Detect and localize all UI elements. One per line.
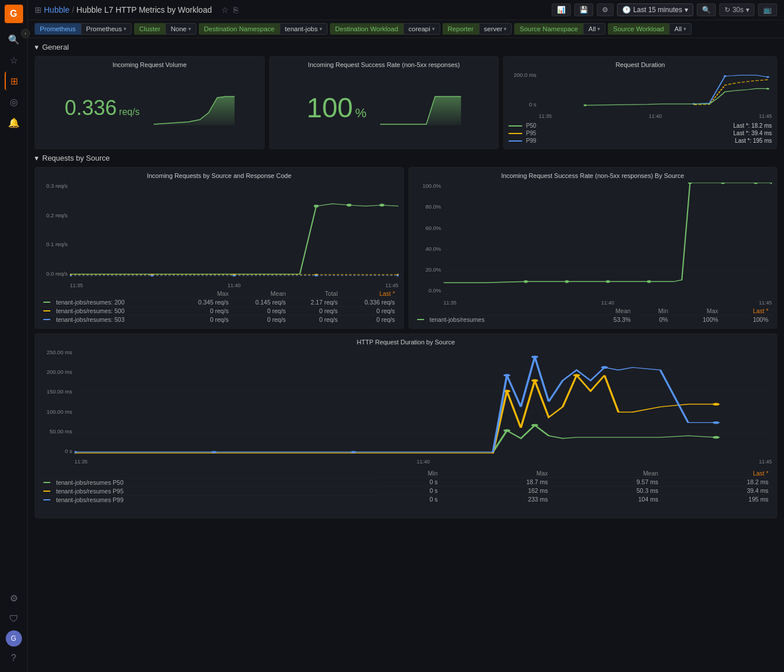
svg-point-21 xyxy=(150,274,154,276)
volume-unit: req/s xyxy=(119,107,140,117)
app-logo[interactable]: G xyxy=(5,5,23,23)
irbs-row2-mean: 0 req/s xyxy=(232,306,289,315)
irbs-row2-max: 0 req/s xyxy=(175,306,232,315)
success-rate-inner: 100 % xyxy=(274,72,494,144)
sidebar-item-alerting[interactable]: 🔔 xyxy=(5,113,23,132)
star-icon[interactable]: ☆ xyxy=(221,5,229,14)
breadcrumb-app[interactable]: ⊞ xyxy=(35,5,42,14)
irbs-row3-total: 0 req/s xyxy=(289,315,341,324)
filter-dest-workload-value[interactable]: coreapi ▾ xyxy=(403,23,440,35)
sidebar-item-dashboards[interactable]: ⊞ xyxy=(5,72,23,90)
section-rbs-title: Requests by Source xyxy=(42,154,110,162)
dashboard-save-button[interactable]: 💾 xyxy=(574,3,593,16)
irbs-row3-last: 0 req/s xyxy=(341,315,399,324)
hd-row2-label: tenant-jobs/resumes P95 xyxy=(40,487,377,495)
filter-datasource-value[interactable]: Prometheus ▾ xyxy=(81,23,132,35)
incoming-requests-source-chart: 0.3 req/s 0.2 req/s 0.1 req/s 0.0 req/s xyxy=(40,183,399,287)
svg-point-4 xyxy=(724,75,727,77)
svg-point-7 xyxy=(767,88,770,90)
tv-mode-button[interactable]: 📺 xyxy=(758,3,777,16)
http-duration-chart-inner xyxy=(75,349,772,454)
irbs-yaxis: 0.3 req/s 0.2 req/s 0.1 req/s 0.0 req/s xyxy=(40,183,70,277)
sidebar: G › 🔍 ☆ ⊞ ◎ 🔔 ⚙ 🛡 G ? xyxy=(0,0,28,672)
filter-reporter-value[interactable]: server ▾ xyxy=(479,23,512,35)
filter-source-workload-label: Source Workload xyxy=(608,23,669,35)
irbs-row1-last: 0.336 req/s xyxy=(341,298,399,306)
irbs-row2-total: 0 req/s xyxy=(289,306,341,315)
breadcrumb-hubble[interactable]: Hubble xyxy=(44,5,69,14)
filter-cluster-value[interactable]: None ▾ xyxy=(165,23,196,35)
irbs-row1-max: 0.345 req/s xyxy=(175,298,232,306)
filter-source-namespace: Source Namespace All ▾ xyxy=(514,23,605,35)
success-unit: % xyxy=(355,106,367,121)
srbs-col-min: Min xyxy=(634,307,672,315)
sidebar-item-explore[interactable]: ◎ xyxy=(5,92,23,111)
filter-source-namespace-label: Source Namespace xyxy=(514,23,583,35)
sidebar-toggle[interactable]: › xyxy=(21,29,30,38)
filter-datasource: Prometheus Prometheus ▾ xyxy=(35,23,132,35)
request-duration-xaxis: 11:3511:4011:45 xyxy=(538,113,772,119)
success-number: 100 xyxy=(307,92,353,124)
sidebar-item-starred[interactable]: ☆ xyxy=(5,51,23,69)
svg-point-36 xyxy=(720,183,724,184)
refresh-picker[interactable]: ↻ 30s ▾ xyxy=(719,3,755,16)
svg-point-37 xyxy=(753,183,757,184)
srbs-col-name xyxy=(414,307,581,315)
filter-cluster-label: Cluster xyxy=(134,23,165,35)
srbs-yaxis: 100.0% 80.0% 60.0% 40.0% 20.0% 0.0% xyxy=(414,183,444,294)
hd-row3-last: 195 ms xyxy=(662,495,772,504)
topbar: ⊞ Hubble / Hubble L7 HTTP Metrics by Wor… xyxy=(28,0,784,20)
refresh-icon: ↻ xyxy=(724,6,730,14)
svg-point-32 xyxy=(564,280,569,283)
request-duration-chart-inner xyxy=(538,72,772,107)
zoom-out-button[interactable]: 🔍 xyxy=(697,3,716,16)
filter-source-namespace-value[interactable]: All ▾ xyxy=(583,23,605,35)
legend-p95: P95 Last *: 39.4 ms xyxy=(508,130,772,136)
breadcrumb: ⊞ Hubble / Hubble L7 HTTP Metrics by Wor… xyxy=(35,5,212,14)
section-requests-by-source-header[interactable]: ▾ Requests by Source xyxy=(35,154,777,162)
sidebar-item-shield[interactable]: 🛡 xyxy=(5,610,23,628)
filter-dest-namespace-value[interactable]: tenant-jobs ▾ xyxy=(280,23,328,35)
success-rate-by-source-panel: Incoming Request Success Rate (non-5xx r… xyxy=(408,167,778,329)
user-avatar[interactable]: G xyxy=(6,630,22,647)
p95-label: P95 xyxy=(526,130,536,136)
incoming-request-volume-value: 0.336 req/s xyxy=(65,96,140,120)
request-duration-legend: P50 Last *: 18.2 ms P95 Last *: 39.4 ms … xyxy=(508,122,772,144)
irbs-col-last: Last * xyxy=(341,289,399,298)
svg-point-34 xyxy=(646,280,651,283)
irbs-col-total: Total xyxy=(289,289,341,298)
hd-row1-last: 18.2 ms xyxy=(662,478,772,487)
tv-icon: 📺 xyxy=(763,6,772,14)
srbs-chart-inner xyxy=(444,183,772,294)
table-row: tenant-jobs/resumes: 200 0.345 req/s 0.1… xyxy=(40,298,399,306)
irbs-col-mean: Mean xyxy=(232,289,289,298)
srbs-row1-last: 100% xyxy=(722,315,772,324)
sidebar-item-settings[interactable]: ⚙ xyxy=(5,589,23,607)
hd-row3-mean: 104 ms xyxy=(551,495,662,504)
requests-by-source-row: Incoming Requests by Source and Response… xyxy=(35,167,777,329)
irbs-row2-last: 0 req/s xyxy=(341,306,399,315)
section-general-header[interactable]: ▾ General xyxy=(35,43,777,51)
legend-p50: P50 Last *: 18.2 ms xyxy=(508,122,772,129)
request-duration-panel: Request Duration 200.0 ms 0 s xyxy=(503,56,777,149)
dashboard-settings-button[interactable]: ⚙ xyxy=(597,3,614,16)
http-duration-title: HTTP Request Duration by Source xyxy=(40,339,772,346)
success-rate-by-source-title: Incoming Request Success Rate (non-5xx r… xyxy=(414,172,772,179)
table-row: tenant-jobs/resumes P99 0 s 233 ms 104 m… xyxy=(40,495,772,504)
svg-point-38 xyxy=(770,183,772,184)
svg-point-58 xyxy=(712,421,719,424)
svg-point-56 xyxy=(532,355,538,358)
time-range-picker[interactable]: 🕐 Last 15 minutes ▾ xyxy=(617,3,693,16)
sidebar-item-help[interactable]: ? xyxy=(5,649,23,667)
add-panel-button[interactable]: 📊 xyxy=(552,3,571,16)
filter-dest-namespace-label: Destination Namespace xyxy=(199,23,280,35)
svg-point-5 xyxy=(767,76,770,78)
filter-source-workload-value[interactable]: All ▾ xyxy=(669,23,692,35)
http-duration-xaxis: 11:3511:4011:45 xyxy=(75,459,772,465)
sidebar-item-search[interactable]: 🔍 xyxy=(5,30,23,49)
incoming-request-volume-panel: Incoming Request Volume 0.336 req/s xyxy=(35,56,265,149)
p50-value: Last *: 18.2 ms xyxy=(733,122,772,129)
section-general-caret: ▾ xyxy=(35,43,39,51)
page-title: Hubble L7 HTTP Metrics by Workload xyxy=(76,5,211,14)
share-icon[interactable]: ⎘ xyxy=(233,5,238,14)
